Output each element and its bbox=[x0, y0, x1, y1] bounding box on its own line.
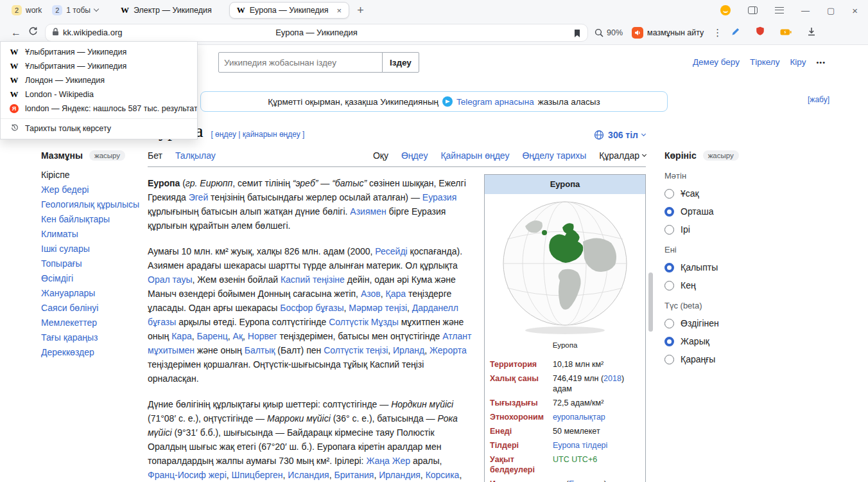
page-tab-бет[interactable]: Бет bbox=[148, 150, 162, 161]
article-link[interactable]: Еуроодақ bbox=[569, 479, 604, 482]
radio-icon[interactable] bbox=[664, 319, 674, 328]
article-link[interactable]: Қара bbox=[386, 289, 406, 299]
toc-item[interactable]: Кіріспе bbox=[41, 170, 143, 179]
toc-item[interactable]: Топырағы bbox=[41, 259, 143, 268]
tab-group-work[interactable]: 2 work bbox=[6, 3, 47, 18]
read-aloud-button[interactable]: мазмұнын айту bbox=[632, 27, 704, 39]
battery-saver-icon[interactable] bbox=[780, 27, 792, 39]
toc-item[interactable]: Климаты bbox=[41, 229, 143, 238]
appearance-option[interactable]: Қалыпты bbox=[664, 262, 758, 272]
promo-icon[interactable] bbox=[720, 5, 731, 15]
toc-item[interactable]: Саяси бөлінуі bbox=[41, 303, 143, 312]
menu-icon[interactable] bbox=[775, 7, 784, 13]
radio-checked-icon[interactable] bbox=[664, 263, 674, 272]
toc-item[interactable]: Ішкі сулары bbox=[41, 244, 143, 253]
header-link[interactable]: Кіру bbox=[790, 57, 806, 67]
suggestion-item[interactable]: WҰлыбритания — Уикипедия bbox=[1, 59, 197, 73]
appearance-option[interactable]: Кең bbox=[664, 280, 758, 290]
toc-item[interactable]: Геологиялық құрылысы bbox=[41, 200, 143, 209]
article-link[interactable]: Ресейді bbox=[375, 246, 407, 256]
toc-hide-button[interactable]: жасыру bbox=[89, 150, 125, 161]
page-tab-құралдар[interactable]: Құралдар bbox=[599, 150, 646, 161]
radio-checked-icon[interactable] bbox=[664, 207, 674, 217]
appearance-option[interactable]: Өздігінен bbox=[664, 318, 758, 328]
radio-icon[interactable] bbox=[664, 355, 674, 364]
appearance-option[interactable]: Орташа bbox=[664, 206, 758, 217]
article-link[interactable]: Эгей bbox=[189, 192, 208, 202]
article-link[interactable]: Жерорта bbox=[430, 345, 467, 355]
more-user-options-icon[interactable]: ••• bbox=[816, 58, 826, 66]
appearance-option[interactable]: Қараңғы bbox=[664, 354, 758, 364]
side-panel-icon[interactable] bbox=[748, 6, 758, 14]
appearance-option[interactable]: Ұсақ bbox=[664, 188, 758, 199]
utc-link[interactable]: UTC bbox=[553, 455, 569, 464]
tab-group-1toby[interactable]: 2 1 тобы bbox=[47, 3, 103, 18]
appearance-hide-button[interactable]: жасыру bbox=[703, 150, 739, 161]
article-link[interactable]: Британия bbox=[334, 470, 374, 480]
window-maximize-button[interactable]: ▢ bbox=[827, 6, 835, 15]
article-link[interactable]: Баренц bbox=[197, 331, 228, 341]
download-icon[interactable] bbox=[807, 27, 816, 39]
suggestion-item[interactable]: WҰлыбритания — Уикипедия bbox=[1, 45, 197, 59]
radio-checked-icon[interactable] bbox=[664, 337, 674, 346]
article-link[interactable]: Балтық bbox=[245, 345, 275, 355]
utc-link[interactable]: UTC+6 bbox=[571, 455, 597, 464]
window-minimize-button[interactable]: — bbox=[801, 6, 810, 15]
toc-item[interactable]: Жер бедері bbox=[41, 185, 143, 194]
tab-europa-wikipedia[interactable]: W Еуропа — Уикипедия × bbox=[229, 2, 349, 19]
article-link[interactable]: Франц-Иосиф жері bbox=[148, 470, 227, 480]
article-link[interactable]: Еуропа тілдері bbox=[553, 441, 607, 450]
toc-item[interactable]: Мемлекеттер bbox=[41, 318, 143, 327]
toc-item[interactable]: Тағы қараңыз bbox=[41, 333, 143, 342]
search-button[interactable]: Іздеу bbox=[382, 52, 419, 73]
article-link[interactable]: Азов bbox=[361, 289, 381, 299]
article-link[interactable]: Норвег bbox=[248, 331, 277, 341]
radio-icon[interactable] bbox=[664, 189, 674, 199]
more-options-icon[interactable]: ⋮ bbox=[713, 27, 722, 39]
back-icon[interactable]: ← bbox=[8, 27, 24, 39]
toc-item[interactable]: Жануарлары bbox=[41, 289, 143, 298]
suggestion-item[interactable]: Тарихты толық көрсету bbox=[1, 118, 197, 135]
window-close-button[interactable]: × bbox=[852, 6, 858, 15]
page-tab-оқу[interactable]: Оқу bbox=[373, 150, 388, 161]
article-link[interactable]: Исландия bbox=[288, 470, 329, 480]
suggestion-item[interactable]: WЛондон — Уикипедия bbox=[1, 73, 197, 87]
page-tab-талқылау[interactable]: Талқылау bbox=[175, 150, 216, 161]
toc-item[interactable]: Кен байлықтары bbox=[41, 215, 143, 224]
article-link[interactable]: Орал тауы bbox=[148, 274, 192, 285]
search-input[interactable] bbox=[218, 52, 383, 73]
new-tab-button[interactable]: + bbox=[357, 4, 364, 17]
page-tab-қайнарын-өңдеу[interactable]: Қайнарын өңдеу bbox=[440, 150, 509, 161]
article-link[interactable]: Солтүстік теңізі bbox=[324, 345, 388, 355]
article-link[interactable]: Босфор бұғазы bbox=[280, 303, 343, 313]
article-link[interactable]: Каспий теңізіне bbox=[281, 274, 345, 285]
appearance-option[interactable]: Жарық bbox=[664, 336, 758, 346]
tab-close-icon[interactable]: × bbox=[337, 6, 342, 15]
tab-electr-wikipedia[interactable]: W Электр — Уикипедия bbox=[114, 2, 219, 19]
article-link[interactable]: Кара bbox=[171, 331, 192, 341]
toc-item[interactable]: Дереккөздер bbox=[41, 348, 143, 357]
toc-item[interactable]: Өсімдігі bbox=[41, 274, 143, 283]
article-link[interactable]: Еуразия bbox=[422, 192, 456, 202]
bookmark-flag-icon[interactable] bbox=[573, 29, 581, 40]
article-link[interactable]: 2018 bbox=[603, 374, 621, 383]
article-link[interactable]: еуропалықтар bbox=[553, 413, 605, 422]
article-link[interactable]: Ирланд bbox=[393, 345, 424, 355]
suggestion-item[interactable]: Яlondon — Яндекс: нашлось 587 тыс. резул… bbox=[1, 102, 197, 116]
radio-icon[interactable] bbox=[664, 225, 674, 235]
telegram-link[interactable]: Telegram арнасына bbox=[456, 97, 534, 107]
banner-close-link[interactable]: [жабу] bbox=[808, 95, 829, 104]
content-scrollbar[interactable] bbox=[648, 272, 653, 332]
address-bar[interactable]: kk.wikipedia.org Еуропа — Уикипедия bbox=[45, 24, 588, 42]
title-edit-links[interactable]: [ өңдеу | қайнарын өңдеу ] bbox=[211, 130, 304, 139]
radio-icon[interactable] bbox=[664, 281, 674, 290]
article-link[interactable]: Мәрмәр теңізі bbox=[349, 303, 407, 313]
article-link[interactable]: Ирландия bbox=[379, 470, 421, 480]
article-link[interactable]: Шпицберген bbox=[232, 470, 283, 480]
suggestion-item[interactable]: WLondon - Wikipedia bbox=[1, 87, 197, 102]
article-link[interactable]: Жаңа Жер bbox=[366, 456, 410, 466]
zoom-control[interactable]: 90% bbox=[595, 28, 623, 37]
article-link[interactable]: Корсика bbox=[426, 470, 460, 480]
header-link[interactable]: Тіркелу bbox=[750, 57, 780, 67]
article-link[interactable]: Солтүстік Мұзды bbox=[329, 317, 399, 327]
